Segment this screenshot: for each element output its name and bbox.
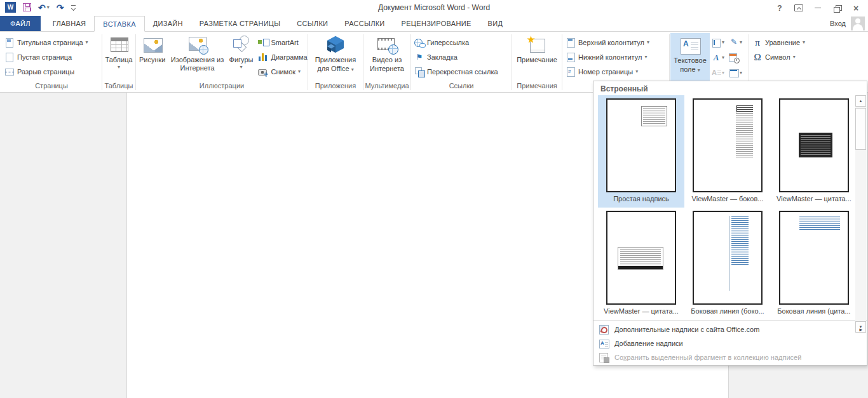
cross-reference-button[interactable]: Перекрестная ссылка <box>412 64 511 79</box>
drop-cap-button[interactable]: ▾ <box>710 65 728 81</box>
pictures-icon <box>141 35 164 55</box>
page-break-icon <box>4 67 15 77</box>
restore-button[interactable] <box>827 1 846 15</box>
gallery-item-viewmaster-quote-2[interactable]: ViewMaster — цитата... <box>598 208 684 320</box>
table-button[interactable]: Таблица ▾ <box>102 33 135 81</box>
shapes-button[interactable]: Фигуры ▾ <box>227 33 256 81</box>
gallery-item-viewmaster-sidebar[interactable]: ViewMaster — боков... <box>684 95 771 208</box>
tab-view[interactable]: ВИД <box>480 16 512 31</box>
gallery-item-label: ViewMaster — боков... <box>692 195 764 202</box>
page-break-button[interactable]: Разрыв страницы <box>2 64 101 79</box>
thumbnail-content <box>799 133 832 157</box>
scrollbar-thumb[interactable] <box>855 108 866 150</box>
tab-page-layout[interactable]: РАЗМЕТКА СТРАНИЦЫ <box>191 16 289 31</box>
blank-page-button[interactable]: Пустая страница <box>2 50 101 64</box>
scroll-up-button[interactable]: ▲ <box>855 95 866 107</box>
footer-button[interactable]: Нижний колонтитул ▾ <box>563 50 668 64</box>
customize-qat-button[interactable] <box>71 4 77 11</box>
tab-review[interactable]: РЕЦЕНЗИРОВАНИЕ <box>393 16 480 31</box>
footer-label: Нижний колонтитул <box>578 53 642 61</box>
tab-mailings[interactable]: РАССЫЛКИ <box>336 16 393 31</box>
chevron-down-icon: ▾ <box>722 70 724 76</box>
blank-page-icon <box>4 52 15 62</box>
online-pictures-button[interactable]: Изображения из Интернета <box>168 33 227 81</box>
save-selection-icon <box>599 352 609 362</box>
cover-page-button[interactable]: Титульная страница ▾ <box>2 35 101 50</box>
gallery-item-sideline-quote[interactable]: Боковая линия (цита... <box>771 208 857 320</box>
gallery-item-viewmaster-quote[interactable]: ViewMaster — цитата... <box>771 95 857 208</box>
chevron-down-icon: ▾ <box>740 70 742 76</box>
chevron-down-icon: ▾ <box>722 40 724 45</box>
ribbon-display-options-button[interactable] <box>789 1 808 15</box>
sign-in-label: Вход <box>830 20 846 27</box>
gallery-scrollbar[interactable]: ▲ ▼ <box>855 95 866 333</box>
symbol-button[interactable]: Ω Символ ▾ <box>750 50 824 64</box>
text-box-button[interactable]: A Текстовое поле ▾ <box>670 33 710 81</box>
online-video-icon <box>376 35 398 55</box>
equation-button[interactable]: π Уравнение ▾ <box>750 35 824 50</box>
tab-references[interactable]: ССЫЛКИ <box>288 16 336 31</box>
chevron-down-icon: ▾ <box>793 55 796 60</box>
tab-insert[interactable]: ВСТАВКА <box>94 16 144 32</box>
comment-button[interactable]: Примечание <box>514 33 560 81</box>
object-button[interactable]: ▾ <box>728 65 745 81</box>
draw-textbox-icon <box>599 338 609 348</box>
quick-parts-icon <box>711 37 721 48</box>
tab-design[interactable]: ДИЗАЙН <box>145 16 191 31</box>
tab-file[interactable]: ФАЙЛ <box>0 16 41 31</box>
tab-home[interactable]: ГЛАВНАЯ <box>44 16 95 31</box>
gallery-item-sideline-sidebar[interactable]: Боковая линия (боко... <box>684 208 771 320</box>
redo-button[interactable]: ↷ <box>57 3 64 12</box>
pictures-button[interactable]: Рисунки <box>137 33 168 81</box>
sign-in-area[interactable]: Вход <box>830 17 865 30</box>
gallery-item-label: Боковая линия (боко... <box>691 307 764 315</box>
date-time-button[interactable] <box>728 50 745 65</box>
signature-line-icon: ✎ <box>729 37 739 48</box>
word-logo-icon[interactable]: W <box>5 2 16 13</box>
gallery-item-label: Боковая линия (цита... <box>777 307 850 315</box>
page-number-button[interactable]: Номер страницы ▾ <box>563 64 668 79</box>
ribbon-display-options-icon <box>794 4 803 11</box>
quick-parts-button[interactable]: ▾ <box>710 35 728 50</box>
header-button[interactable]: Верхний колонтитул ▾ <box>563 35 668 50</box>
group-label-illustrations: Иллюстрации <box>137 81 307 92</box>
close-button[interactable]: × <box>846 1 865 15</box>
blank-page-label: Пустая страница <box>17 53 72 61</box>
apps-for-office-button[interactable]: Приложения для Office ▾ <box>313 33 358 81</box>
shapes-icon <box>229 35 252 55</box>
bookmark-button[interactable]: ⚑ Закладка <box>412 50 511 64</box>
chevron-down-icon: ▾ <box>722 55 724 60</box>
help-button[interactable]: ? <box>770 1 789 15</box>
ribbon-group-illustrations: Рисунки Изображения из Интернета Фигуры … <box>136 32 308 92</box>
signature-line-button[interactable]: ✎ ▾ <box>728 35 745 50</box>
menu-item-draw-textbox[interactable]: Добавление надписи <box>593 336 867 350</box>
gallery-item-simple-textbox[interactable]: Простая надпись <box>598 95 684 208</box>
minimize-button[interactable] <box>808 1 827 15</box>
online-video-button[interactable]: Видео из Интернета <box>367 33 407 81</box>
page-break-label: Разрыв страницы <box>17 68 74 76</box>
menu-item-label: Добавление надписи <box>614 340 683 347</box>
group-label-tables: Таблицы <box>103 81 135 92</box>
smartart-button[interactable]: SmartArt <box>255 35 309 50</box>
drop-cap-icon <box>711 68 721 78</box>
text-box-icon: A <box>679 36 702 56</box>
header-icon <box>566 37 576 48</box>
undo-button[interactable]: ↶ ▾ <box>38 3 50 12</box>
window-title: Документ Microsoft Word - Word <box>127 3 741 12</box>
chart-button[interactable]: Диаграмма <box>255 50 309 64</box>
table-label: Таблица <box>105 56 132 64</box>
thumbnail <box>779 98 849 192</box>
hyperlink-button[interactable]: Гиперссылка <box>412 35 511 50</box>
wordart-button[interactable]: А ▾ <box>710 50 728 65</box>
screenshot-button[interactable]: Снимок ▾ <box>255 64 309 79</box>
title-bar: W ↶ ▾ ↷ Документ Microsoft Word - Word ?… <box>0 0 868 16</box>
shape-decoration <box>237 43 247 53</box>
header-label: Верхний колонтитул <box>578 39 644 46</box>
thumbnail <box>693 98 763 192</box>
menu-item-more-textboxes-office-com[interactable]: Дополнительные надписи с сайта Office.co… <box>593 322 867 336</box>
chart-label: Диаграмма <box>271 53 307 61</box>
undo-icon: ↶ <box>38 3 46 12</box>
ribbon-group-pages: Титульная страница ▾ Пустая страница Раз… <box>1 32 102 92</box>
bookmark-icon: ⚑ <box>414 52 424 62</box>
save-button[interactable] <box>23 3 31 11</box>
